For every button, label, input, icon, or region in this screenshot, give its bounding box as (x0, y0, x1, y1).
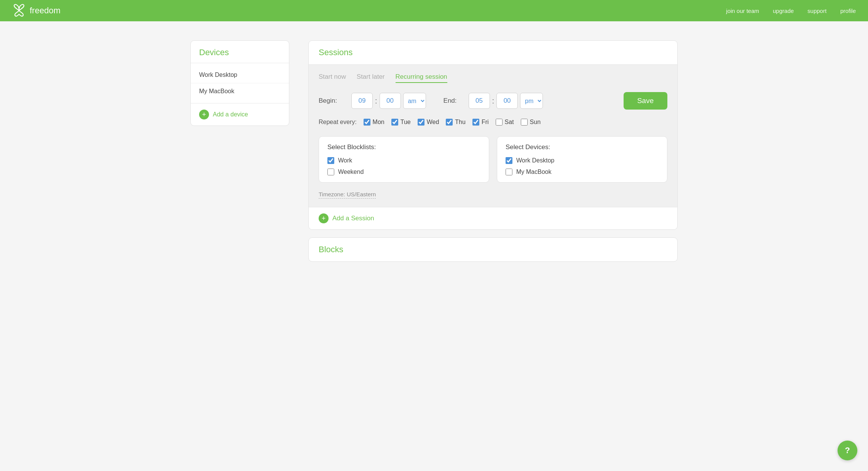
begin-time-inputs: : am pm (351, 93, 426, 109)
blocklists-box: Select Blocklists: Work Weekend (319, 136, 489, 183)
session-tabs: Start now Start later Recurring session (319, 73, 667, 83)
logo: freedom (12, 4, 61, 18)
day-tue[interactable]: Tue (391, 119, 411, 126)
sidebar: Devices Work Desktop My MacBook + Add a … (190, 40, 289, 262)
blocklist-weekend-checkbox[interactable] (327, 169, 334, 175)
sessions-card: Sessions Start now Start later Recurring… (308, 40, 678, 230)
day-wed-checkbox[interactable] (418, 119, 424, 126)
session-body: Start now Start later Recurring session … (309, 65, 677, 207)
tab-start-later[interactable]: Start later (357, 73, 385, 83)
add-device-button[interactable]: + Add a device (191, 103, 289, 126)
profile-link[interactable]: profile (840, 8, 856, 14)
add-session-button[interactable]: + Add a Session (309, 207, 677, 229)
blocklist-work[interactable]: Work (327, 157, 480, 164)
blocklist-work-checkbox[interactable] (327, 157, 334, 164)
device-item-work-desktop[interactable]: Work Desktop (191, 67, 289, 83)
select-devices-title: Select Devices: (506, 143, 659, 151)
sessions-title: Sessions (319, 48, 353, 57)
end-ampm-select[interactable]: am pm (520, 93, 543, 109)
day-sat[interactable]: Sat (496, 119, 514, 126)
tab-recurring[interactable]: Recurring session (396, 73, 447, 83)
select-boxes-row: Select Blocklists: Work Weekend Select D… (319, 136, 667, 183)
butterfly-icon (12, 4, 26, 18)
begin-hour-input[interactable] (351, 93, 373, 109)
end-minute-input[interactable] (496, 93, 518, 109)
select-device-macbook-checkbox[interactable] (506, 169, 512, 175)
devices-header: Devices (191, 41, 289, 63)
devices-title: Devices (199, 48, 229, 57)
repeat-label: Repeat every: (319, 119, 357, 126)
add-session-icon: + (319, 213, 329, 223)
select-devices-box: Select Devices: Work Desktop My MacBook (497, 136, 667, 183)
day-thu[interactable]: Thu (446, 119, 466, 126)
select-device-work-checkbox[interactable] (506, 157, 512, 164)
upgrade-link[interactable]: upgrade (773, 8, 794, 14)
repeat-row: Repeat every: Mon Tue Wed (319, 119, 667, 126)
sessions-header: Sessions (309, 41, 677, 65)
join-team-link[interactable]: join our team (726, 8, 759, 14)
day-sat-checkbox[interactable] (496, 119, 503, 126)
save-button[interactable]: Save (624, 92, 667, 110)
day-thu-checkbox[interactable] (446, 119, 453, 126)
timezone-row: Timezone: US/Eastern (319, 191, 667, 199)
end-time-inputs: : am pm (469, 93, 543, 109)
day-fri-checkbox[interactable] (472, 119, 479, 126)
add-device-icon: + (199, 110, 209, 119)
day-mon-checkbox[interactable] (364, 119, 370, 126)
begin-minute-input[interactable] (380, 93, 401, 109)
devices-list: Work Desktop My MacBook (191, 63, 289, 103)
day-sun[interactable]: Sun (521, 119, 541, 126)
end-hour-input[interactable] (469, 93, 490, 109)
day-sun-checkbox[interactable] (521, 119, 528, 126)
day-fri[interactable]: Fri (472, 119, 489, 126)
top-nav: join our team upgrade support profile (726, 8, 856, 14)
begin-ampm-select[interactable]: am pm (403, 93, 426, 109)
end-label: End: (444, 97, 463, 105)
devices-card: Devices Work Desktop My MacBook + Add a … (190, 40, 289, 126)
app-header: freedom join our team upgrade support pr… (0, 0, 868, 21)
blocklists-title: Select Blocklists: (327, 143, 480, 151)
device-item-macbook[interactable]: My MacBook (191, 83, 289, 99)
support-link[interactable]: support (807, 8, 827, 14)
timezone-link[interactable]: Timezone: US/Eastern (319, 191, 376, 199)
begin-label: Begin: (319, 97, 345, 105)
select-device-work-desktop[interactable]: Work Desktop (506, 157, 659, 164)
blocklist-weekend[interactable]: Weekend (327, 169, 480, 175)
tab-start-now[interactable]: Start now (319, 73, 346, 83)
day-wed[interactable]: Wed (418, 119, 439, 126)
blocks-card: Blocks (308, 237, 678, 262)
main-content: Devices Work Desktop My MacBook + Add a … (168, 21, 700, 281)
select-device-macbook[interactable]: My MacBook (506, 169, 659, 175)
time-row: Begin: : am pm End: : (319, 92, 667, 110)
sessions-panel: Sessions Start now Start later Recurring… (308, 40, 678, 262)
day-tue-checkbox[interactable] (391, 119, 398, 126)
day-mon[interactable]: Mon (364, 119, 385, 126)
blocks-title: Blocks (319, 245, 343, 254)
